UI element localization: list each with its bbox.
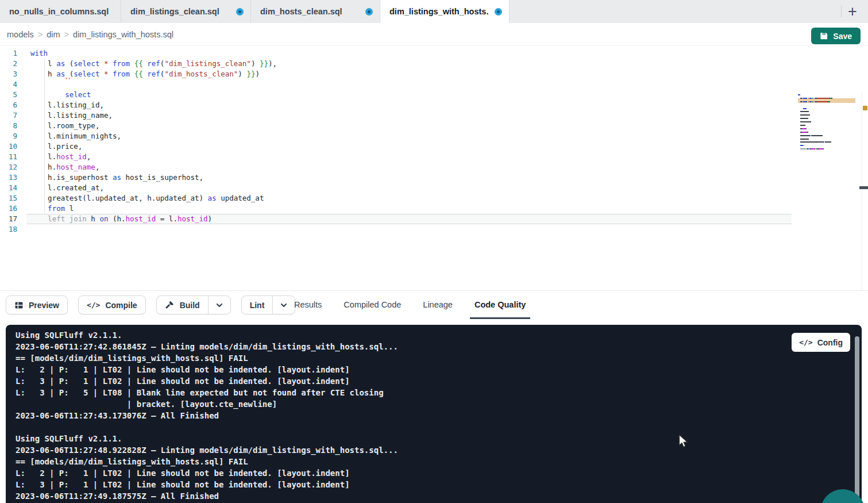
code-line[interactable]: l.price,: [26, 141, 792, 152]
terminal-line: 2023-06-06T11:27:43.173076Z — All Finish…: [16, 410, 398, 421]
line-number: 15: [0, 193, 17, 203]
modified-indicator-icon: [365, 8, 373, 16]
config-button[interactable]: </> Config: [792, 333, 850, 352]
code-line[interactable]: left join h on (h.host_id = l.host_id): [26, 214, 792, 224]
line-number: 13: [0, 172, 17, 183]
terminal-scrollbar[interactable]: [855, 336, 859, 500]
code-line[interactable]: h as (select * from {{ ref("dim_hosts_cl…: [26, 69, 792, 79]
terminal-line: L: 3 | P: 5 | LT08 | Blank line expected…: [16, 387, 398, 398]
line-number: 1: [0, 48, 17, 59]
code-line[interactable]: l.listing_name,: [26, 110, 792, 121]
hammer-icon: [165, 300, 175, 310]
save-icon: [820, 32, 828, 40]
build-button[interactable]: Build: [157, 296, 208, 314]
breadcrumb-separator: >: [38, 30, 43, 39]
preview-label: Preview: [29, 301, 59, 310]
code-brackets-icon: </>: [87, 301, 100, 309]
code-line[interactable]: with: [26, 48, 792, 59]
line-number: 4: [0, 79, 17, 90]
panel-tabs: ResultsCompiled CodeLineageCode Quality: [293, 291, 527, 318]
terminal-line: Using SQLFluff v2.1.1.: [16, 329, 398, 341]
line-number: 14: [0, 183, 17, 193]
compile-label: Compile: [105, 301, 137, 310]
terminal-line: | bracket. [layout.cte_newline]: [16, 398, 398, 410]
tab-bar: no_nulls_in_columns.sqldim_listings_clea…: [0, 0, 868, 23]
line-number: 10: [0, 141, 17, 152]
code-editor[interactable]: 123456789101112131415161718 with l as (s…: [0, 46, 868, 290]
terminal-line: == [models/dim/dim_listings_with_hosts.s…: [16, 352, 398, 364]
panel-tab-compiled-code[interactable]: Compiled Code: [342, 291, 402, 318]
line-number: 5: [0, 90, 17, 100]
panel-tab-code-quality[interactable]: Code Quality: [473, 291, 527, 318]
editor-gutter: 123456789101112131415161718: [0, 48, 17, 235]
tab-label: no_nulls_in_columns.sql: [9, 7, 114, 16]
breadcrumb-item[interactable]: dim: [47, 30, 60, 39]
editor-tab[interactable]: dim_hosts_clean.sql: [251, 0, 380, 23]
breadcrumb-item[interactable]: dim_listings_with_hosts.sql: [73, 30, 173, 39]
editor-tab[interactable]: dim_listings_with_hosts.sql: [380, 0, 510, 23]
chevron-down-icon: [215, 301, 223, 309]
editor-scrollbar-mark[interactable]: [859, 186, 868, 189]
panel-tab-lineage[interactable]: Lineage: [422, 291, 454, 318]
code-line[interactable]: l as (select * from {{ ref("dim_listings…: [26, 59, 792, 69]
build-dropdown-button[interactable]: [208, 296, 230, 314]
code-brackets-icon: </>: [799, 338, 812, 347]
terminal-line: L: 2 | P: 1 | LT02 | Line should not be …: [16, 364, 398, 375]
code-line[interactable]: select: [26, 90, 792, 100]
breadcrumb-bar: models>dim>dim_listings_with_hosts.sql S…: [0, 23, 868, 46]
line-number: 7: [0, 110, 17, 121]
terminal-line: 2023-06-06T11:27:42.861845Z — Linting mo…: [16, 341, 398, 352]
code-line[interactable]: l.listing_id,: [26, 100, 792, 110]
breadcrumb: models>dim>dim_listings_with_hosts.sql: [7, 23, 173, 46]
code-line[interactable]: from l: [26, 203, 792, 214]
compile-button[interactable]: </> Compile: [78, 295, 146, 314]
preview-button[interactable]: Preview: [6, 295, 68, 314]
lint-dropdown-button[interactable]: [272, 296, 295, 314]
minimap-rows: [798, 94, 855, 153]
action-buttons: Preview </> Compile Build: [6, 295, 295, 314]
lint-label: Lint: [250, 301, 265, 310]
lint-button[interactable]: Lint: [242, 296, 273, 314]
line-number: 6: [0, 100, 17, 110]
editor-tab[interactable]: dim_listings_clean.sql: [121, 0, 251, 23]
tab-label: dim_hosts_clean.sql: [260, 7, 360, 16]
code-line[interactable]: l.host_id,: [26, 152, 792, 162]
mouse-cursor: [678, 434, 689, 450]
code-line[interactable]: h.host_name,: [26, 162, 792, 172]
tab-label: dim_listings_clean.sql: [130, 7, 230, 16]
code-line[interactable]: l.room_type,: [26, 121, 792, 131]
breadcrumb-item[interactable]: models: [7, 30, 34, 39]
build-split-button: Build: [156, 295, 231, 314]
code-line[interactable]: [26, 224, 792, 235]
chevron-down-icon: [280, 301, 288, 309]
terminal-output: Using SQLFluff v2.1.1.2023-06-06T11:27:4…: [16, 329, 398, 502]
preview-grid-icon: [14, 301, 24, 310]
line-number: 16: [0, 203, 17, 214]
code-line[interactable]: h.is_superhost as host_is_superhost,: [26, 172, 792, 183]
terminal-line: 2023-06-06T11:27:49.187575Z — All Finish…: [16, 490, 398, 502]
line-number: 12: [0, 162, 17, 172]
terminal-line: L: 2 | P: 1 | LT02 | Line should not be …: [16, 467, 398, 479]
save-button[interactable]: Save: [811, 28, 861, 44]
editor-tab[interactable]: no_nulls_in_columns.sql: [0, 0, 121, 23]
minimap[interactable]: [798, 94, 855, 160]
line-number: 3: [0, 69, 17, 79]
code-line[interactable]: [26, 79, 792, 90]
code-line[interactable]: greatest(l.updated_at, h.updated_at) as …: [26, 193, 792, 203]
panel-tab-results[interactable]: Results: [293, 291, 323, 318]
editor-code: with l as (select * from {{ ref("dim_lis…: [26, 48, 792, 235]
terminal-line: 2023-06-06T11:27:48.922828Z — Linting mo…: [16, 444, 398, 456]
terminal-panel: Using SQLFluff v2.1.1.2023-06-06T11:27:4…: [6, 325, 862, 503]
code-line[interactable]: l.minimum_nights,: [26, 131, 792, 141]
save-label: Save: [833, 32, 852, 41]
bottom-toolbar: Preview </> Compile Build: [0, 290, 868, 325]
new-tab-button[interactable]: +: [842, 0, 863, 23]
modified-indicator-icon: [236, 8, 244, 16]
line-number: 9: [0, 131, 17, 141]
code-line[interactable]: l.created_at,: [26, 183, 792, 193]
terminal-line: L: 3 | P: 1 | LT02 | Line should not be …: [16, 375, 398, 387]
build-label: Build: [180, 301, 200, 310]
line-number: 2: [0, 59, 17, 69]
tab-strip: no_nulls_in_columns.sqldim_listings_clea…: [0, 0, 510, 23]
terminal-line: == [models/dim/dim_listings_with_hosts.s…: [16, 456, 398, 467]
